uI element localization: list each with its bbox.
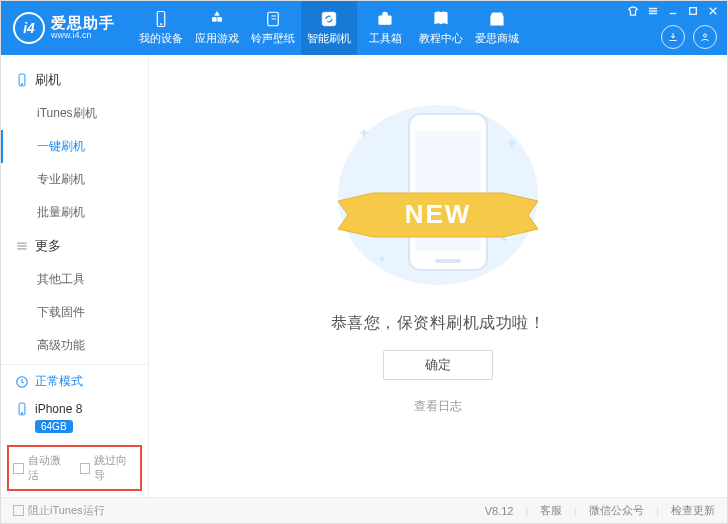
nav-label: 铃声壁纸 (251, 31, 295, 46)
svg-text:NEW: NEW (405, 199, 472, 229)
refresh-icon (320, 10, 338, 28)
nav-ringtone[interactable]: 铃声壁纸 (245, 1, 301, 55)
svg-rect-3 (322, 12, 336, 26)
logo-icon: i4 (13, 12, 45, 44)
body: 刷机 iTunes刷机 一键刷机 专业刷机 批量刷机 更多 其他工具 下载固件 … (1, 55, 727, 497)
music-icon (264, 10, 282, 28)
app-site: www.i4.cn (51, 31, 115, 41)
app-logo: i4 爱思助手 www.i4.cn (13, 12, 115, 44)
menu-icon (15, 239, 29, 253)
statusbar: 阻止iTunes运行 V8.12 | 客服 | 微信公众号 | 检查更新 (1, 497, 727, 523)
group-title: 更多 (35, 237, 61, 255)
main-panel: ✦ ✦ ✦ ✦ NEW 恭喜您，保资料刷机成功啦！ 确定 查看日志 (149, 55, 727, 497)
nav-apps[interactable]: 应用游戏 (189, 1, 245, 55)
storage-badge: 64GB (35, 420, 73, 433)
download-button[interactable] (661, 25, 685, 49)
sidebar-item-other-tools[interactable]: 其他工具 (1, 263, 148, 296)
success-message: 恭喜您，保资料刷机成功啦！ (331, 313, 546, 334)
device-mode[interactable]: 正常模式 (1, 365, 148, 398)
app-name: 爱思助手 (51, 15, 115, 32)
sidebar-item-download-fw[interactable]: 下载固件 (1, 296, 148, 329)
app-window: i4 爱思助手 www.i4.cn 我的设备 应用游戏 铃声壁纸 智能刷机 (0, 0, 728, 524)
maximize-icon[interactable] (687, 5, 699, 17)
user-button[interactable] (693, 25, 717, 49)
sidebar-item-pro-flash[interactable]: 专业刷机 (1, 163, 148, 196)
sidebar-item-onekey-flash[interactable]: 一键刷机 (1, 130, 148, 163)
checkbox-icon (13, 463, 24, 474)
nav-label: 我的设备 (139, 31, 183, 46)
checkbox-icon (80, 463, 91, 474)
sidebar: 刷机 iTunes刷机 一键刷机 专业刷机 批量刷机 更多 其他工具 下载固件 … (1, 55, 149, 497)
sidebar-item-batch-flash[interactable]: 批量刷机 (1, 196, 148, 229)
svg-point-8 (21, 84, 22, 85)
toolbox-icon (376, 10, 394, 28)
titlebar: i4 爱思助手 www.i4.cn 我的设备 应用游戏 铃声壁纸 智能刷机 (1, 1, 727, 55)
nav-store[interactable]: 爱思商城 (469, 1, 525, 55)
nav-toolbox[interactable]: 工具箱 (357, 1, 413, 55)
group-title: 刷机 (35, 71, 61, 89)
nav-flash[interactable]: 智能刷机 (301, 1, 357, 55)
version-label: V8.12 (485, 505, 514, 517)
checkbox-skip-wizard[interactable]: 跳过向导 (80, 453, 137, 483)
new-ribbon-icon: NEW (328, 183, 548, 250)
sidebar-item-advanced[interactable]: 高级功能 (1, 329, 148, 362)
checkbox-block-itunes[interactable]: 阻止iTunes运行 (13, 503, 105, 518)
svg-rect-5 (690, 8, 697, 15)
nav-label: 智能刷机 (307, 31, 351, 46)
sidebar-item-itunes-flash[interactable]: iTunes刷机 (1, 97, 148, 130)
phone-icon (15, 73, 29, 87)
phone-icon (152, 10, 170, 28)
confirm-button[interactable]: 确定 (383, 350, 493, 380)
nav-my-device[interactable]: 我的设备 (133, 1, 189, 55)
window-controls (627, 5, 719, 17)
close-icon[interactable] (707, 5, 719, 17)
support-link[interactable]: 客服 (540, 503, 562, 518)
nav-label: 应用游戏 (195, 31, 239, 46)
device-name-row[interactable]: iPhone 8 (1, 398, 148, 418)
view-log-link[interactable]: 查看日志 (414, 398, 462, 415)
skin-icon[interactable] (627, 5, 639, 17)
book-icon (432, 10, 450, 28)
nav-tutorial[interactable]: 教程中心 (413, 1, 469, 55)
store-icon (488, 10, 506, 28)
sidebar-group-flash[interactable]: 刷机 (1, 63, 148, 97)
menu-icon[interactable] (647, 5, 659, 17)
check-update-link[interactable]: 检查更新 (671, 503, 715, 518)
apps-icon (208, 10, 226, 28)
wechat-link[interactable]: 微信公众号 (589, 503, 644, 518)
success-illustration: ✦ ✦ ✦ ✦ NEW (328, 95, 548, 295)
minimize-icon[interactable] (667, 5, 679, 17)
svg-point-6 (704, 34, 707, 37)
svg-point-11 (21, 413, 22, 414)
mode-label: 正常模式 (35, 373, 83, 390)
sidebar-group-more[interactable]: 更多 (1, 229, 148, 263)
options-highlight-box: 自动激活 跳过向导 (7, 445, 142, 491)
checkbox-icon (13, 505, 24, 516)
titlebar-right-buttons (661, 25, 717, 49)
nav-label: 教程中心 (419, 31, 463, 46)
main-nav: 我的设备 应用游戏 铃声壁纸 智能刷机 工具箱 教程中心 (133, 1, 525, 55)
nav-label: 工具箱 (369, 31, 402, 46)
svg-point-1 (160, 24, 162, 26)
device-name: iPhone 8 (35, 402, 82, 416)
checkbox-auto-activate[interactable]: 自动激活 (13, 453, 70, 483)
sidebar-bottom: 正常模式 iPhone 8 64GB 自动激活 跳过向导 (1, 364, 148, 497)
nav-label: 爱思商城 (475, 31, 519, 46)
